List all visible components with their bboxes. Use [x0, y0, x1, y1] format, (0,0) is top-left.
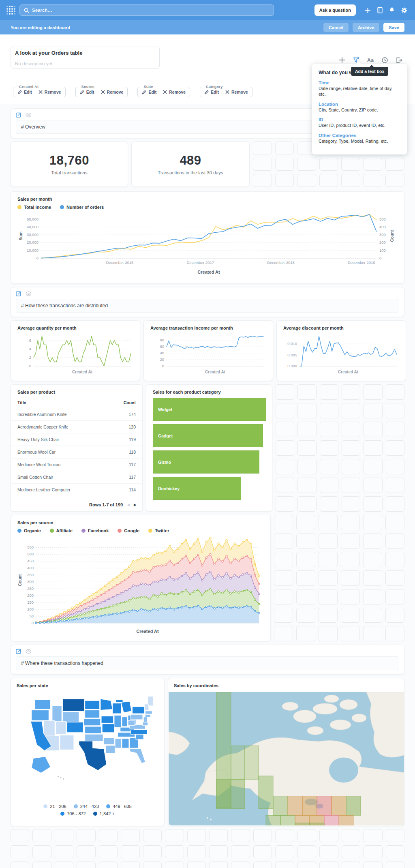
grid-cell[interactable]	[165, 845, 184, 858]
grid-cell[interactable]	[297, 422, 316, 437]
popover-item-other-categories[interactable]: Other Categories Category, Type, Model, …	[319, 133, 400, 144]
grid-cell[interactable]	[342, 403, 360, 418]
grid-cell[interactable]	[385, 608, 404, 623]
grid-cell[interactable]	[364, 459, 382, 474]
grid-cell[interactable]	[342, 422, 360, 437]
grid-cell[interactable]	[319, 534, 338, 549]
grid-cell[interactable]	[143, 845, 162, 858]
grid-cell[interactable]	[276, 459, 294, 474]
grid-cell[interactable]	[276, 422, 294, 437]
table-row[interactable]: Enormous Wool Car118	[11, 446, 142, 459]
grid-cell[interactable]	[385, 174, 404, 187]
filter-edit-button[interactable]: Edit	[204, 90, 219, 94]
grid-cell[interactable]	[341, 626, 360, 641]
grid-cell[interactable]	[342, 478, 360, 493]
grid-cell[interactable]	[342, 862, 360, 868]
bell-icon[interactable]	[386, 4, 398, 16]
grid-cell[interactable]	[364, 862, 382, 868]
grid-cell[interactable]	[364, 384, 382, 400]
grid-cell[interactable]	[385, 515, 404, 530]
grid-cell[interactable]	[364, 403, 382, 418]
grid-cell[interactable]	[296, 570, 315, 586]
grid-cell[interactable]	[320, 478, 338, 493]
text-card-input[interactable]: # Where these transactions happened	[16, 656, 399, 670]
chart-card-sales-per-month[interactable]: Sales per month Total incomeNumber of or…	[11, 191, 404, 284]
grid-cell[interactable]	[297, 496, 316, 512]
grid-cell[interactable]	[275, 174, 294, 187]
chart-card-avg-quantity[interactable]: Average quantity per month 6420Created A…	[11, 320, 140, 381]
grid-cell[interactable]	[319, 608, 338, 623]
bar-doohickey[interactable]: Doohickey	[153, 477, 241, 500]
grid-cell[interactable]	[320, 384, 338, 400]
legend-item[interactable]: Facebook	[81, 528, 109, 533]
legend-item[interactable]: Google	[118, 528, 139, 533]
dashboard-description-input[interactable]: No description yet	[11, 59, 160, 69]
grid-cell[interactable]	[364, 422, 382, 437]
grid-cell[interactable]	[187, 845, 206, 858]
grid-cell[interactable]	[364, 478, 382, 493]
text-card-distribution[interactable]: # How these transactions are distributed	[11, 287, 404, 317]
bar-widget[interactable]: Widget	[153, 398, 266, 421]
grid-cell[interactable]	[77, 845, 95, 858]
table-row[interactable]: Aerodynamic Copper Knife120	[11, 421, 142, 433]
grid-cell[interactable]	[342, 496, 360, 512]
map-card-sales-by-coordinates[interactable]: Sales by coordinates	[168, 678, 404, 826]
grid-cell[interactable]	[363, 534, 382, 549]
grid-cell[interactable]	[385, 626, 404, 641]
chart-card-sales-per-category[interactable]: Sales for each product category WidgetGa…	[146, 384, 272, 512]
grid-cell[interactable]	[342, 440, 360, 456]
text-card-input[interactable]: # How these transactions are distributed	[16, 299, 399, 313]
grid-cell[interactable]	[253, 141, 272, 154]
grid-cell[interactable]	[296, 608, 315, 623]
grid-cell[interactable]	[55, 845, 73, 858]
grid-cell[interactable]	[385, 534, 404, 549]
bar-gizmo[interactable]: Gizmo	[153, 450, 259, 474]
grid-cell[interactable]	[297, 384, 316, 400]
grid-cell[interactable]	[231, 862, 250, 868]
grid-cell[interactable]	[209, 829, 228, 842]
grid-cell[interactable]	[320, 440, 338, 456]
table-row[interactable]: Incredible Aluminum Knife174	[11, 408, 142, 421]
popover-item-label[interactable]: Time	[319, 80, 400, 85]
grid-cell[interactable]	[341, 570, 360, 586]
grid-cell[interactable]	[32, 862, 51, 868]
grid-cell[interactable]	[274, 552, 293, 567]
filter-remove-button[interactable]: Remove	[39, 90, 61, 94]
dashboard-title-input[interactable]: A look at your Orders table	[11, 47, 160, 59]
move-dashboard-icon[interactable]	[395, 56, 403, 64]
grid-cell[interactable]	[121, 845, 139, 858]
scorecard-last-30-days[interactable]: 489 Transactions in the last 30 days	[131, 141, 250, 187]
filter-edit-button[interactable]: Edit	[80, 90, 94, 94]
grid-cell[interactable]	[319, 570, 338, 586]
filter-remove-button[interactable]: Remove	[225, 90, 248, 94]
us-choropleth-map[interactable]	[19, 694, 156, 788]
ask-question-button[interactable]: Ask a question	[314, 4, 356, 16]
popover-item-label[interactable]: ID	[319, 117, 400, 122]
grid-cell[interactable]	[341, 174, 360, 187]
grid-cell[interactable]	[363, 626, 382, 641]
table-row[interactable]: Mediocre Wool Toucan117	[11, 459, 142, 471]
popover-item-location[interactable]: Location City, State, Country, ZIP code.	[319, 102, 400, 113]
grid-cell[interactable]	[253, 174, 272, 187]
grid-cell[interactable]	[275, 862, 294, 868]
grid-cell[interactable]	[275, 829, 294, 842]
grid-cell[interactable]	[275, 845, 294, 858]
grid-cell[interactable]	[253, 158, 272, 171]
archive-button[interactable]: Archive	[353, 23, 379, 32]
grid-cell[interactable]	[99, 829, 118, 842]
previous-page-icon[interactable]: ◀	[127, 503, 130, 507]
grid-cell[interactable]	[99, 845, 118, 858]
table-card-sales-per-product[interactable]: Sales per product Title Count Incredible…	[11, 384, 143, 512]
grid-cell[interactable]	[319, 829, 338, 842]
grid-cell[interactable]	[386, 845, 404, 858]
grid-cell[interactable]	[364, 845, 382, 858]
grid-cell[interactable]	[364, 174, 383, 187]
grid-cell[interactable]	[274, 589, 293, 604]
grid-cell[interactable]	[341, 552, 360, 567]
preview-eye-icon[interactable]	[26, 649, 32, 654]
grid-cell[interactable]	[319, 862, 338, 868]
new-plus-icon[interactable]	[362, 4, 374, 16]
grid-cell[interactable]	[296, 534, 315, 549]
grid-cell[interactable]	[386, 459, 404, 474]
grid-cell[interactable]	[341, 515, 360, 530]
